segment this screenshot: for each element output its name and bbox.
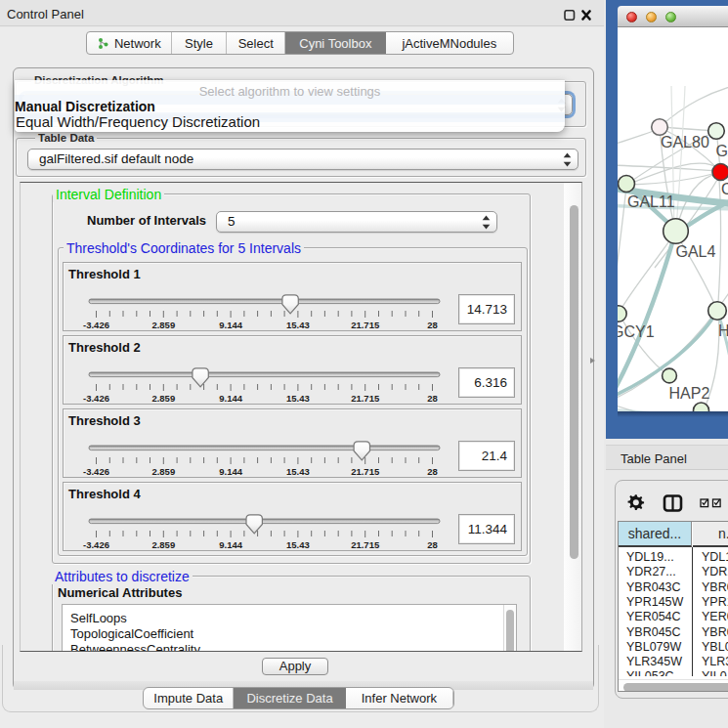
svg-text:21.715: 21.715 bbox=[351, 466, 380, 477]
svg-text:H: H bbox=[718, 322, 728, 339]
svg-text:2.859: 2.859 bbox=[151, 539, 175, 550]
svg-text:15.43: 15.43 bbox=[286, 320, 310, 330]
svg-text:21.715: 21.715 bbox=[351, 393, 380, 404]
svg-text:GA: GA bbox=[716, 143, 728, 159]
svg-text:21.715: 21.715 bbox=[351, 320, 380, 330]
svg-text:28: 28 bbox=[427, 393, 438, 404]
svg-text:GCY1: GCY1 bbox=[618, 323, 655, 340]
svg-text:2.859: 2.859 bbox=[151, 466, 175, 477]
svg-text:GAL4: GAL4 bbox=[676, 243, 716, 260]
svg-text:15.43: 15.43 bbox=[286, 393, 310, 404]
svg-text:28: 28 bbox=[427, 466, 438, 477]
svg-text:28: 28 bbox=[427, 539, 438, 550]
svg-text:-3.426: -3.426 bbox=[83, 320, 109, 330]
svg-text:GAL80: GAL80 bbox=[661, 134, 709, 150]
svg-text:C: C bbox=[721, 181, 728, 197]
svg-text:15.43: 15.43 bbox=[286, 539, 310, 550]
svg-text:HAP2: HAP2 bbox=[669, 385, 710, 402]
svg-text:-3.426: -3.426 bbox=[83, 393, 109, 404]
svg-text:2.859: 2.859 bbox=[151, 320, 175, 330]
svg-text:-3.426: -3.426 bbox=[83, 539, 109, 550]
svg-text:2.859: 2.859 bbox=[151, 393, 175, 404]
svg-text:9.144: 9.144 bbox=[219, 539, 242, 550]
svg-text:-3.426: -3.426 bbox=[83, 466, 109, 477]
svg-text:GAL11: GAL11 bbox=[627, 193, 675, 210]
svg-text:28: 28 bbox=[427, 320, 438, 330]
svg-text:9.144: 9.144 bbox=[219, 393, 242, 404]
svg-text:21.715: 21.715 bbox=[351, 539, 380, 550]
svg-text:9.144: 9.144 bbox=[219, 466, 242, 477]
svg-text:9.144: 9.144 bbox=[219, 320, 242, 330]
svg-text:15.43: 15.43 bbox=[286, 466, 310, 477]
